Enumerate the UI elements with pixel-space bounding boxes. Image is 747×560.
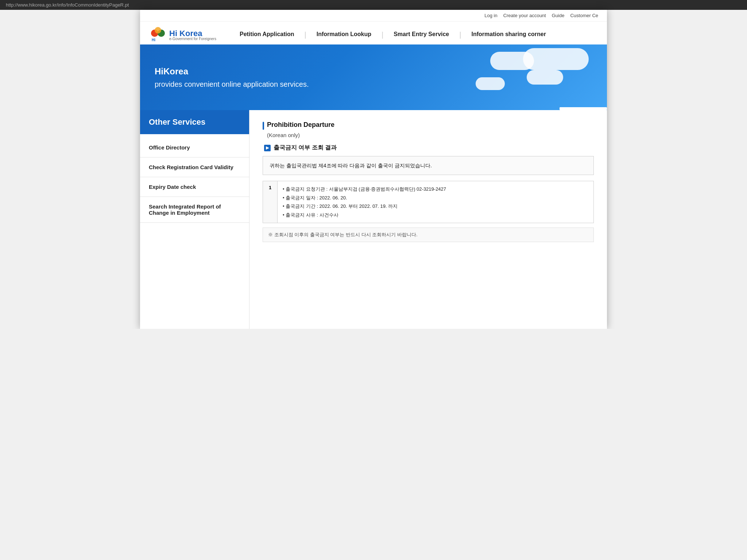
cloud-3 bbox=[527, 70, 563, 85]
hero-title: HiKorea bbox=[155, 66, 309, 77]
result-header-icon: ▶ bbox=[264, 145, 271, 151]
site-header: Hi Hi Korea e-Government for Foreigners … bbox=[140, 22, 607, 44]
svg-text:Hi: Hi bbox=[152, 38, 155, 42]
logo-area[interactable]: Hi Hi Korea e-Government for Foreigners bbox=[149, 26, 216, 44]
nav-item-petition[interactable]: Petition Application bbox=[231, 25, 303, 44]
detail-line-2: • 출국금지 일자 : 2022. 06. 20. bbox=[283, 194, 588, 202]
content-area: Prohibition Departure (Korean only) ▶ 출국… bbox=[249, 110, 607, 329]
site-wrapper: Log in Create your account Guide Custome… bbox=[140, 10, 607, 329]
result-header: ▶ 출국금지 여부 조회 결과 bbox=[263, 144, 594, 152]
nav-separator-1: | bbox=[303, 31, 308, 39]
section-subtitle: (Korean only) bbox=[267, 132, 594, 138]
nav-separator-3: | bbox=[458, 31, 462, 39]
logo-icon: Hi bbox=[149, 26, 167, 44]
detail-line-1: • 출국금지 요청기관 : 서울남부지검 (금융·증권범죄수사협력단) 02-3… bbox=[283, 185, 588, 193]
guide-link[interactable]: Guide bbox=[552, 13, 565, 18]
svg-point-2 bbox=[155, 27, 161, 34]
result-table: 1 • 출국금지 요청기관 : 서울남부지검 (금융·증권범죄수사협력단) 02… bbox=[263, 181, 594, 223]
notice-box: 귀하는 출입국관리법 제4조에 따라 다음과 같이 출국이 금지되었습니다. bbox=[263, 156, 594, 175]
logo-tagline: e-Government for Foreigners bbox=[169, 37, 216, 41]
main-content: Other Services Office Directory Check Re… bbox=[140, 110, 607, 329]
sidebar-item-search-integrated[interactable]: Search Integrated Report of Change in Em… bbox=[140, 197, 249, 223]
nav-item-smart-entry[interactable]: Smart Entry Service bbox=[385, 25, 458, 44]
create-account-link[interactable]: Create your account bbox=[503, 13, 546, 18]
sidebar-item-office-directory[interactable]: Office Directory bbox=[140, 138, 249, 158]
browser-bar: http://www.hikorea.go.kr/info/InfoCommon… bbox=[0, 0, 747, 10]
hero-subtitle: provides convenient online application s… bbox=[155, 80, 309, 89]
notice-text: 귀하는 출입국관리법 제4조에 따라 다음과 같이 출국이 금지되었습니다. bbox=[270, 163, 432, 168]
sidebar-title: Other Services bbox=[140, 110, 249, 134]
detail-line-3: • 출국금지 기간 : 2022. 06. 20. 부터 2022. 07. 1… bbox=[283, 202, 588, 210]
nav-item-info-sharing[interactable]: Information sharing corner bbox=[462, 25, 554, 44]
row-number: 1 bbox=[263, 181, 278, 223]
nav-separator-2: | bbox=[380, 31, 385, 39]
result-header-text: 출국금지 여부 조회 결과 bbox=[274, 144, 337, 152]
hero-content: HiKorea provides convenient online appli… bbox=[155, 66, 309, 89]
section-title: Prohibition Departure bbox=[263, 121, 594, 130]
decorative-shelf bbox=[560, 107, 607, 110]
customer-center-link[interactable]: Customer Ce bbox=[570, 13, 598, 18]
nav-item-info-lookup[interactable]: Information Lookup bbox=[308, 25, 380, 44]
login-link[interactable]: Log in bbox=[484, 13, 497, 18]
footnote: ※ 조회시점 이후의 출국금지 여부는 반드시 다시 조회하시기 바랍니다. bbox=[263, 228, 594, 242]
utility-bar: Log in Create your account Guide Custome… bbox=[140, 10, 607, 22]
cloud-4 bbox=[476, 77, 505, 90]
main-nav: Petition Application | Information Looku… bbox=[231, 25, 598, 44]
browser-url: http://www.hikorea.go.kr/info/InfoCommon… bbox=[6, 2, 129, 8]
row-content: • 출국금지 요청기관 : 서울남부지검 (금융·증권범죄수사협력단) 02-3… bbox=[278, 181, 594, 223]
sidebar: Other Services Office Directory Check Re… bbox=[140, 110, 249, 329]
hero-clouds bbox=[397, 44, 607, 110]
hero-banner: HiKorea provides convenient online appli… bbox=[140, 44, 607, 110]
cloud-2 bbox=[523, 48, 589, 70]
detail-line-4: • 출국금지 사유 : 사건수사 bbox=[283, 211, 588, 219]
sidebar-item-check-registration[interactable]: Check Registration Card Validity bbox=[140, 158, 249, 177]
sidebar-item-expiry-date[interactable]: Expiry Date check bbox=[140, 177, 249, 197]
table-row: 1 • 출국금지 요청기관 : 서울남부지검 (금융·증권범죄수사협력단) 02… bbox=[263, 181, 594, 223]
